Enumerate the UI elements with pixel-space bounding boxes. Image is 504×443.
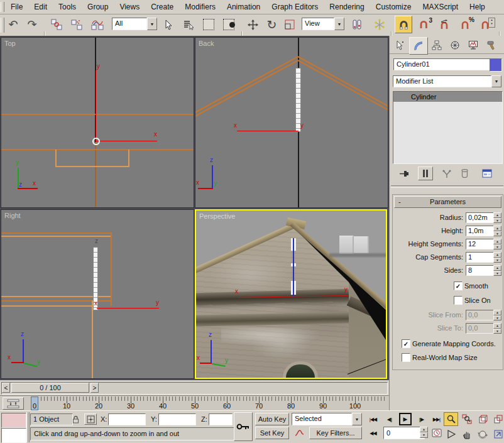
arc-rotate-button[interactable] (475, 427, 490, 441)
tab-modify[interactable] (409, 37, 428, 55)
zoom-all-button[interactable] (459, 412, 474, 426)
configure-modifier-sets-button[interactable] (479, 167, 495, 180)
viewport-right[interactable]: Right z x y z x (1, 209, 194, 379)
stack-item-cylinder[interactable]: Cylinder (393, 92, 502, 102)
modifier-stack-list[interactable]: Cylinder (393, 91, 503, 164)
current-frame-field[interactable]: 0 (383, 427, 425, 439)
set-key-button[interactable]: Set Key (255, 427, 289, 439)
selection-filter-dropdown[interactable]: All ▼ (112, 18, 157, 30)
dropdown-arrow-icon[interactable]: ▼ (147, 18, 157, 30)
frame-field-spinner[interactable]: ▲▼ (420, 427, 428, 438)
dropdown-arrow-icon[interactable]: ▼ (491, 75, 501, 87)
key-filter-selection-dropdown[interactable]: Selected ▼ (292, 413, 362, 425)
menu-file[interactable]: File (5, 0, 28, 13)
key-mode-toggle-button[interactable]: ◀◀ (366, 427, 380, 439)
sides-spinner[interactable]: ▲▼ (493, 265, 501, 276)
menu-maxscript[interactable]: MAXScript (417, 0, 464, 13)
absolute-offset-mode-toggle[interactable] (84, 413, 97, 425)
tab-create[interactable] (391, 38, 408, 53)
set-keys-big-button[interactable] (234, 412, 253, 441)
modifier-list-dropdown[interactable]: Modifier List ▼ (393, 75, 501, 87)
cap-segments-field[interactable]: 1 (466, 252, 496, 263)
menu-help[interactable]: Help (464, 0, 491, 13)
make-unique-button[interactable] (439, 167, 454, 180)
go-to-end-button[interactable]: ▶▶| (429, 413, 444, 425)
open-mini-curve-editor-button[interactable] (3, 397, 24, 410)
radius-field[interactable]: 0,02m (466, 212, 496, 223)
sides-field[interactable]: 8 (466, 265, 496, 276)
menu-animation[interactable]: Animation (221, 0, 266, 13)
field-of-view-button[interactable] (444, 427, 458, 441)
unlink-selection-button[interactable] (68, 16, 85, 33)
next-frame-button[interactable]: ||▶ (414, 413, 429, 425)
dropdown-arrow-icon[interactable]: ▼ (334, 18, 344, 30)
listener-splitter[interactable] (26, 412, 30, 442)
menu-customize[interactable]: Customize (370, 0, 417, 13)
bind-to-space-warp-button[interactable] (88, 16, 107, 33)
zoom-button[interactable] (444, 412, 458, 426)
spinner-snap-button[interactable]: ▲▼ (476, 16, 495, 33)
go-to-start-button[interactable]: |◀◀ (366, 413, 380, 425)
select-and-move-button[interactable] (244, 16, 261, 33)
height-field[interactable]: 1,0m (466, 226, 496, 236)
viewport-top[interactable]: Top y x y z x (1, 37, 194, 208)
select-and-manipulate-button[interactable] (371, 16, 388, 33)
track-bar-ruler[interactable]: 0 10 20 30 40 50 60 70 80 90 100 (28, 397, 386, 410)
radius-spinner[interactable]: ▲▼ (493, 212, 501, 223)
object-color-swatch[interactable] (490, 58, 502, 72)
viewport-back-label[interactable]: Back (199, 40, 214, 47)
previous-frame-arrow[interactable]: < (2, 383, 10, 393)
selected-cylinder-perspective[interactable] (291, 238, 296, 297)
select-and-link-button[interactable] (48, 16, 65, 33)
selection-lock-toggle[interactable] (70, 413, 82, 425)
menu-graph-editors[interactable]: Graph Editors (266, 0, 324, 13)
crossing-selection-button[interactable] (220, 16, 238, 33)
rectangular-selection-region-button[interactable] (200, 16, 217, 33)
height-spinner[interactable]: ▲▼ (493, 226, 501, 236)
next-frame-arrow[interactable]: > (90, 383, 99, 393)
menu-create[interactable]: Create (145, 0, 179, 13)
viewport-top-label[interactable]: Top (4, 40, 16, 47)
menu-group[interactable]: Group (82, 0, 114, 13)
smooth-checkbox[interactable]: ✓ (454, 282, 463, 290)
menu-modifiers[interactable]: Modifiers (179, 0, 221, 13)
viewport-right-label[interactable]: Right (4, 212, 21, 219)
show-end-result-button[interactable] (418, 167, 433, 180)
play-animation-button[interactable]: ▶ (398, 413, 412, 425)
default-in-out-tangent-button[interactable] (292, 427, 307, 439)
toolbar-drag-handle[interactable] (1, 18, 4, 33)
maxscript-mini-listener-script[interactable] (1, 428, 26, 443)
menu-rendering[interactable]: Rendering (324, 0, 370, 13)
time-configuration-button[interactable] (430, 427, 444, 439)
zoom-extents-button[interactable] (475, 412, 490, 426)
snaps-toggle-button[interactable] (395, 16, 412, 33)
viewport-perspective[interactable]: Perspective (195, 209, 387, 379)
generate-mapping-coords-checkbox[interactable]: ✓ (402, 339, 410, 348)
viewport-back[interactable]: Back x y z x y (195, 37, 388, 208)
viewport-perspective-label[interactable]: Perspective (199, 212, 235, 220)
previous-frame-button[interactable]: ◀|| (382, 413, 397, 425)
tab-hierarchy[interactable] (428, 38, 446, 53)
auto-key-button[interactable]: Auto Key (255, 413, 289, 425)
tab-utilities[interactable] (483, 38, 500, 53)
reference-coordinate-system-dropdown[interactable]: View ▼ (302, 18, 344, 30)
select-and-rotate-button[interactable]: ↻ (263, 16, 280, 33)
tab-motion[interactable] (446, 38, 464, 53)
selected-cylinder-top-view[interactable] (92, 138, 100, 145)
undo-button[interactable]: ↶ (5, 16, 21, 33)
key-filters-button[interactable]: Key Filters... (309, 427, 362, 439)
height-segments-spinner[interactable]: ▲▼ (493, 239, 501, 249)
angle-snap-button[interactable] (436, 16, 455, 33)
real-world-map-size-checkbox[interactable] (402, 353, 410, 362)
menu-views[interactable]: Views (114, 0, 145, 13)
menubar-drag-handle[interactable] (1, 2, 4, 12)
select-object-button[interactable] (161, 16, 177, 33)
zoom-extents-all-button[interactable] (491, 412, 504, 426)
select-and-scale-button[interactable] (282, 16, 298, 33)
redo-button[interactable]: ↷ (24, 16, 40, 33)
maxscript-mini-listener-macro[interactable] (1, 413, 26, 428)
object-name-field[interactable]: Cylinder01 (393, 58, 493, 70)
dropdown-arrow-icon[interactable]: ▼ (352, 413, 362, 425)
x-coord-field[interactable] (108, 413, 146, 425)
tab-display[interactable] (464, 38, 482, 53)
